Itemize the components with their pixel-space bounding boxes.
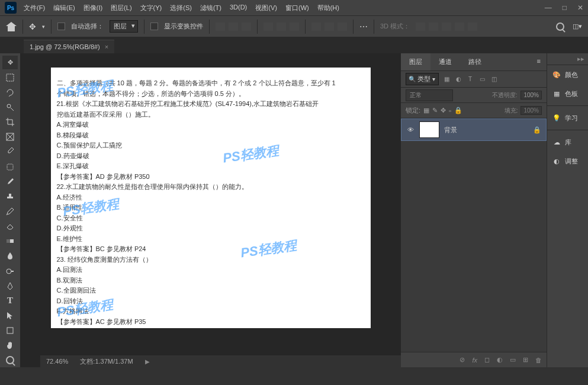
eyedropper-tool[interactable] bbox=[2, 145, 18, 159]
lock-position-icon[interactable]: ✥ bbox=[441, 107, 446, 114]
panel-libraries[interactable]: ☁库 bbox=[547, 133, 588, 152]
stamp-tool[interactable] bbox=[2, 190, 18, 203]
delete-layer-icon[interactable]: 🗑 bbox=[535, 357, 542, 364]
3d-icon[interactable] bbox=[455, 23, 464, 31]
marquee-tool[interactable] bbox=[2, 70, 18, 84]
distribute-icon[interactable] bbox=[338, 23, 347, 31]
menu-3d[interactable]: 3D(D) bbox=[230, 4, 247, 12]
distribute-icon[interactable] bbox=[311, 23, 321, 31]
adjustment-layer-icon[interactable]: ◐ bbox=[497, 356, 503, 364]
filter-type-dropdown[interactable]: 🔍类型▾ bbox=[406, 73, 439, 85]
brush-tool[interactable] bbox=[2, 175, 18, 188]
collapse-toggle-icon[interactable]: ▸▸ bbox=[547, 53, 588, 65]
shape-tool[interactable] bbox=[2, 324, 18, 338]
menu-window[interactable]: 窗口(W) bbox=[285, 4, 309, 12]
menu-edit[interactable]: 编辑(E) bbox=[53, 4, 75, 12]
layer-name[interactable]: 背景 bbox=[444, 126, 457, 134]
auto-select-checkbox[interactable] bbox=[57, 23, 65, 30]
path-select-tool[interactable] bbox=[2, 309, 18, 322]
lock-icon[interactable]: 🔒 bbox=[533, 126, 541, 134]
hand-tool[interactable] bbox=[2, 339, 18, 352]
layer-style-icon[interactable]: fx bbox=[472, 357, 477, 364]
home-icon[interactable] bbox=[6, 22, 17, 31]
lock-pixels-icon[interactable]: ▦ bbox=[423, 107, 429, 114]
align-icon[interactable] bbox=[242, 23, 251, 31]
visibility-toggle-icon[interactable]: 👁 bbox=[406, 126, 415, 134]
layer-item[interactable]: 👁 背景 🔒 bbox=[401, 118, 547, 141]
lock-all-icon[interactable]: 🔒 bbox=[454, 107, 462, 114]
document-canvas[interactable]: PS轻教程 PS轻教程 PS轻教程 PS轻教程 PS轻教程 二、多项选择题（共 … bbox=[51, 68, 371, 328]
link-layers-icon[interactable]: ⊘ bbox=[460, 356, 465, 364]
eraser-tool[interactable] bbox=[2, 220, 18, 233]
adjust-icon: ◐ bbox=[552, 156, 561, 166]
maximize-button[interactable]: □ bbox=[563, 4, 567, 12]
distribute-icon[interactable] bbox=[290, 23, 299, 31]
3d-icon[interactable] bbox=[442, 23, 451, 31]
align-icon[interactable] bbox=[216, 23, 225, 31]
filter-adjust-icon[interactable]: ◐ bbox=[454, 75, 462, 84]
3d-icon[interactable] bbox=[416, 23, 425, 31]
new-layer-icon[interactable]: ⊞ bbox=[523, 356, 528, 364]
3d-icon[interactable] bbox=[429, 23, 438, 31]
tab-paths[interactable]: 路径 bbox=[460, 53, 490, 70]
filter-shape-icon[interactable]: ▭ bbox=[478, 75, 486, 84]
blend-mode-dropdown[interactable]: 正常 bbox=[406, 89, 453, 101]
3d-icon[interactable] bbox=[468, 23, 477, 31]
zoom-level[interactable]: 72.46% bbox=[46, 358, 68, 365]
zoom-tool[interactable] bbox=[2, 354, 18, 367]
filter-type-icon[interactable]: T bbox=[466, 75, 474, 84]
lock-paint-icon[interactable]: ✎ bbox=[432, 107, 438, 114]
menu-help[interactable]: 帮助(H) bbox=[317, 4, 339, 12]
panel-adjustments[interactable]: ◐调整 bbox=[547, 152, 588, 171]
menu-filter[interactable]: 滤镜(T) bbox=[200, 4, 221, 12]
healing-tool[interactable] bbox=[2, 160, 18, 174]
lasso-tool[interactable] bbox=[2, 85, 18, 99]
close-tab-icon[interactable]: × bbox=[105, 43, 108, 50]
layer-mask-icon[interactable]: ◻ bbox=[484, 356, 490, 364]
type-tool[interactable]: T bbox=[2, 294, 18, 307]
filter-pixel-icon[interactable]: ▦ bbox=[442, 75, 451, 84]
tab-layers[interactable]: 图层 bbox=[401, 53, 430, 70]
crop-tool[interactable] bbox=[2, 116, 18, 129]
search-icon[interactable] bbox=[556, 23, 564, 31]
gradient-tool[interactable] bbox=[2, 235, 18, 248]
distribute-icon[interactable] bbox=[324, 23, 334, 31]
minimize-button[interactable]: — bbox=[545, 4, 552, 12]
file-tab[interactable]: 1.jpg @ 72.5%(RGB/8#) × bbox=[24, 40, 114, 53]
move-tool[interactable]: ✥ bbox=[2, 56, 18, 69]
distribute-icon[interactable] bbox=[277, 23, 286, 31]
chevron-down-icon[interactable]: ▾ bbox=[42, 24, 45, 30]
quick-select-tool[interactable] bbox=[2, 100, 18, 114]
menu-layer[interactable]: 图层(L) bbox=[111, 4, 131, 12]
status-arrow-icon[interactable]: ▶ bbox=[145, 358, 150, 365]
layer-filter-row: 🔍类型▾ ▦ ◐ T ▭ ◫ bbox=[401, 71, 547, 88]
align-icon[interactable] bbox=[229, 23, 238, 31]
filter-smart-icon[interactable]: ◫ bbox=[490, 75, 498, 84]
tab-channels[interactable]: 通道 bbox=[430, 53, 460, 70]
panel-color[interactable]: 🎨颜色 bbox=[547, 65, 588, 84]
layer-group-icon[interactable]: ▭ bbox=[510, 356, 516, 364]
panel-menu-icon[interactable]: ≡ bbox=[531, 53, 547, 70]
blur-tool[interactable] bbox=[2, 249, 18, 263]
fill-value[interactable]: 100% bbox=[520, 106, 542, 115]
layer-thumbnail[interactable] bbox=[419, 121, 439, 138]
menu-select[interactable]: 选择(S) bbox=[170, 4, 192, 12]
history-brush-tool[interactable] bbox=[2, 204, 18, 218]
show-transform-checkbox[interactable] bbox=[150, 23, 158, 30]
lock-artboard-icon[interactable]: ▫ bbox=[449, 107, 451, 114]
menu-file[interactable]: 文件(F) bbox=[24, 4, 45, 12]
menu-image[interactable]: 图像(I) bbox=[83, 4, 102, 12]
more-icon[interactable]: ⋯ bbox=[359, 22, 368, 31]
dodge-tool[interactable] bbox=[2, 264, 18, 278]
panel-swatches[interactable]: ▦色板 bbox=[547, 84, 588, 103]
panel-learn[interactable]: 💡学习 bbox=[547, 108, 588, 127]
menu-type[interactable]: 文字(Y) bbox=[140, 4, 162, 12]
close-button[interactable]: ✕ bbox=[577, 4, 583, 12]
distribute-icon[interactable] bbox=[264, 23, 273, 31]
layer-dropdown[interactable]: 图层 bbox=[110, 20, 138, 33]
menu-view[interactable]: 视图(V) bbox=[255, 4, 277, 12]
workspace-icon[interactable]: ◫▾ bbox=[573, 23, 582, 30]
pen-tool[interactable] bbox=[2, 279, 18, 293]
frame-tool[interactable] bbox=[2, 130, 18, 144]
opacity-value[interactable]: 100% bbox=[520, 91, 542, 100]
